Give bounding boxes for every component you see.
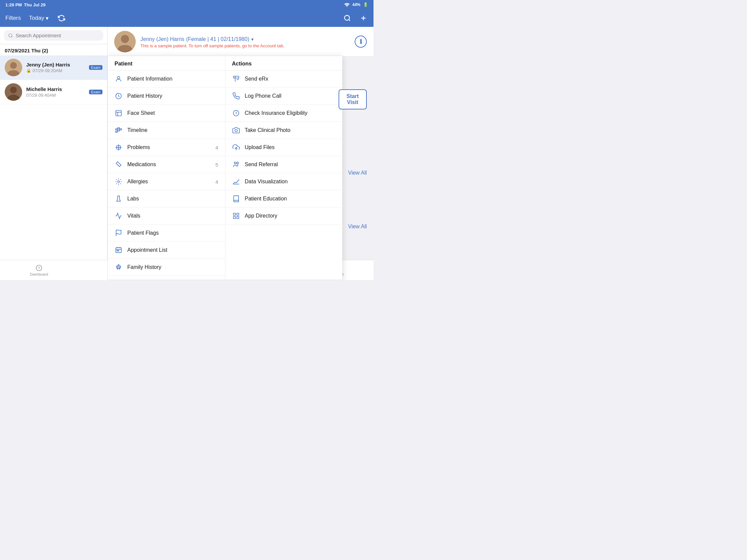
add-icon[interactable] [359, 14, 368, 23]
svg-point-46 [118, 250, 119, 251]
svg-point-61 [234, 162, 236, 164]
item-label: Check Insurance Eligibility [245, 110, 336, 116]
tab-dashboard[interactable]: Dashboard [30, 264, 48, 276]
svg-point-7 [10, 87, 17, 93]
svg-point-62 [236, 162, 238, 164]
appointment-name: Michelle Harris [26, 86, 85, 92]
svg-line-38 [116, 183, 117, 184]
medications-icon [114, 160, 123, 168]
appointment-item[interactable]: Jenny (Jen) Harris 🔒 07/29 09:20AM Exam [0, 55, 107, 80]
insurance-eligibility-item[interactable]: Check Insurance Eligibility [225, 105, 342, 122]
send-referral-item[interactable]: Send Referral [225, 156, 342, 173]
refresh-icon[interactable] [57, 14, 66, 23]
lock-icon: 🔒 [26, 68, 31, 73]
patient-history-item[interactable]: Patient History [108, 88, 225, 105]
clinical-photo-item[interactable]: Take Clinical Photo [225, 122, 342, 139]
avatar [5, 83, 22, 101]
allergies-item[interactable]: Allergies 4 [108, 173, 225, 190]
search-input[interactable] [16, 32, 99, 38]
person-icon [114, 75, 123, 83]
patient-avatar [114, 31, 136, 52]
svg-line-29 [117, 164, 118, 165]
wifi-icon [344, 3, 350, 7]
timeline-item[interactable]: Timeline [108, 122, 225, 139]
svg-rect-21 [115, 131, 118, 133]
item-label: Vitals [127, 213, 218, 219]
growth-charts-item[interactable]: Growth Charts [108, 276, 225, 280]
item-label: Appointment List [127, 247, 218, 253]
view-all-button-1[interactable]: View All [348, 170, 367, 176]
medications-item[interactable]: Medications 5 [108, 156, 225, 173]
svg-point-47 [118, 265, 119, 266]
labs-icon [114, 195, 123, 203]
status-time: 1:29 PM [5, 2, 22, 7]
appointment-time: 07/29 09:20AM [32, 68, 62, 73]
top-nav: Filters Today ▾ [0, 9, 374, 27]
appt-list-icon [114, 246, 123, 254]
insurance-icon [232, 109, 240, 117]
patient-education-item[interactable]: Patient Education [225, 190, 342, 208]
tab-label: Dashboard [30, 272, 48, 276]
svg-point-4 [10, 62, 17, 69]
filters-button[interactable]: Filters [5, 15, 21, 22]
svg-line-25 [117, 131, 118, 132]
problems-item[interactable]: Problems 4 [108, 139, 225, 156]
patient-header: Jenny (Jen) Harris (Female | 41 | 02/11/… [107, 27, 374, 57]
item-label: Patient Flags [127, 230, 218, 236]
avatar [5, 59, 22, 76]
vitals-item[interactable]: Vitals [108, 208, 225, 224]
appointment-time: 07/29 09:40AM [26, 93, 56, 98]
status-bar: 1:29 PM Thu Jul 29 44% 🔋 [0, 0, 374, 9]
view-all-button-2[interactable]: View All [348, 223, 367, 230]
face-sheet-item[interactable]: Face Sheet [108, 105, 225, 122]
appointment-info: Jenny (Jen) Harris 🔒 07/29 09:20AM [26, 62, 85, 73]
svg-point-1 [344, 16, 350, 21]
svg-line-36 [120, 183, 121, 184]
svg-line-35 [116, 179, 117, 180]
svg-point-12 [117, 77, 120, 79]
appointment-item[interactable]: Michelle Harris 07/29 09:40AM Exam [0, 80, 107, 104]
allergies-icon [114, 178, 123, 186]
patient-information-item[interactable]: Patient Information [108, 71, 225, 88]
history-icon [114, 92, 123, 100]
labs-item[interactable]: Labs [108, 190, 225, 208]
data-visualization-item[interactable]: Data Visualization [225, 173, 342, 190]
problems-icon [114, 143, 123, 152]
vitals-icon [114, 212, 123, 220]
dashboard-icon [35, 264, 43, 272]
item-label: Medications [127, 161, 211, 167]
item-label: Problems [127, 144, 211, 151]
svg-rect-19 [120, 129, 122, 130]
flags-icon [114, 229, 123, 237]
start-visit-button[interactable]: Start Visit [339, 89, 367, 109]
status-date: Thu Jul 29 [24, 2, 45, 7]
appointment-list-item[interactable]: Appointment List [108, 242, 225, 259]
patient-flags-item[interactable]: Patient Flags [108, 224, 225, 242]
appointment-info: Michelle Harris 07/29 09:40AM [26, 86, 85, 98]
send-erx-item[interactable]: Send eRx [225, 71, 342, 88]
svg-point-48 [117, 266, 118, 267]
family-history-item[interactable]: Family History [108, 259, 225, 276]
svg-rect-17 [115, 129, 118, 130]
main-layout: 07/29/2021 Thu (2) Jenny (Jen) Harris 🔒 … [0, 27, 374, 280]
item-label: Timeline [127, 127, 218, 133]
app-directory-item[interactable]: App Directory [225, 208, 342, 224]
erx-icon [232, 75, 240, 83]
item-label: Log Phone Call [245, 93, 336, 99]
actions-column-header: Actions [225, 56, 342, 71]
family-icon [114, 263, 123, 271]
dropdown-panel: Patient Patient Information [107, 56, 342, 280]
info-button[interactable]: ℹ [355, 35, 367, 48]
today-button[interactable]: Today ▾ [29, 15, 48, 22]
log-phone-item[interactable]: Log Phone Call [225, 88, 342, 105]
phone-icon [232, 92, 240, 100]
svg-rect-14 [116, 110, 122, 116]
patient-name: Jenny (Jen) Harris (Female | 41 | 02/11/… [140, 35, 350, 43]
item-label: Patient Education [245, 196, 336, 202]
svg-point-59 [235, 129, 237, 132]
item-label: Data Visualization [245, 179, 336, 185]
svg-point-2 [9, 33, 12, 37]
upload-files-item[interactable]: Upload Files [225, 139, 342, 156]
search-icon[interactable] [342, 14, 352, 23]
svg-point-0 [346, 6, 347, 7]
